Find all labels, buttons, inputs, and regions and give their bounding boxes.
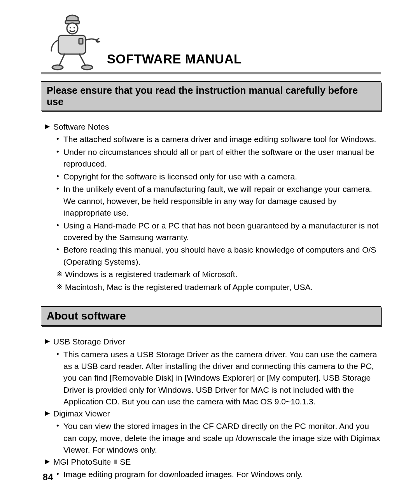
warning-banner: Please ensure that you read the instruct…: [41, 81, 381, 111]
note-item: Copyright for the software is licensed o…: [63, 171, 381, 183]
page-number: 84: [43, 472, 54, 483]
roman-numeral: III: [113, 458, 117, 467]
bullet-icon: •: [56, 244, 63, 268]
section-about-software: ▶ USB Storage Driver • This camera uses …: [41, 336, 381, 480]
page-title: SOFTWARE MANUAL: [107, 52, 242, 67]
svg-point-6: [52, 65, 63, 70]
bullet-icon: •: [56, 183, 63, 219]
svg-rect-5: [79, 39, 83, 44]
item-body: This camera uses a USB Storage Driver as…: [63, 349, 381, 408]
page-header: SOFTWARE MANUAL: [41, 14, 381, 74]
note-item: Before reading this manual, you should h…: [63, 244, 381, 268]
pointer-icon: ▶: [45, 456, 53, 468]
mascot-icon: [42, 13, 104, 71]
svg-point-7: [82, 65, 93, 70]
item-body: You can view the stored images in the CF…: [63, 420, 381, 456]
svg-point-2: [70, 27, 71, 28]
bullet-icon: •: [56, 220, 63, 244]
note-item: Under no circumstances should all or par…: [63, 146, 381, 170]
bullet-icon: •: [56, 349, 63, 408]
section1-heading: Software Notes: [53, 121, 381, 133]
svg-point-3: [74, 27, 75, 28]
bullet-icon: •: [56, 469, 63, 480]
bullet-icon: •: [56, 133, 63, 145]
item-body: Image editing program for downloaded ima…: [63, 469, 381, 480]
trademark-note: Windows is a registered trademark of Mic…: [65, 269, 381, 280]
section-title-about-software: About software: [41, 306, 381, 326]
trademark-note: Macintosh, Mac is the registered tradema…: [65, 281, 381, 293]
pointer-icon: ▶: [45, 408, 53, 420]
item-heading: Digimax Viewer: [53, 408, 381, 420]
note-item: The attached software is a camera driver…: [63, 133, 381, 145]
manual-page: SOFTWARE MANUAL Please ensure that you r…: [0, 0, 420, 504]
note-item: Using a Hand-made PC or a PC that has no…: [63, 220, 381, 244]
bullet-icon: •: [56, 171, 63, 183]
pointer-icon: ▶: [45, 336, 53, 348]
item-heading: MGI PhotoSuite III SE: [53, 456, 381, 468]
note-item: In the unlikely event of a manufacturing…: [63, 183, 381, 219]
section-software-notes: ▶ Software Notes • The attached software…: [41, 121, 381, 293]
bullet-icon: •: [56, 146, 63, 170]
item-heading: USB Storage Driver: [53, 336, 381, 348]
bullet-icon: •: [56, 420, 63, 456]
pointer-icon: ▶: [45, 121, 53, 133]
reference-mark-icon: ※: [56, 281, 65, 293]
reference-mark-icon: ※: [56, 269, 65, 280]
